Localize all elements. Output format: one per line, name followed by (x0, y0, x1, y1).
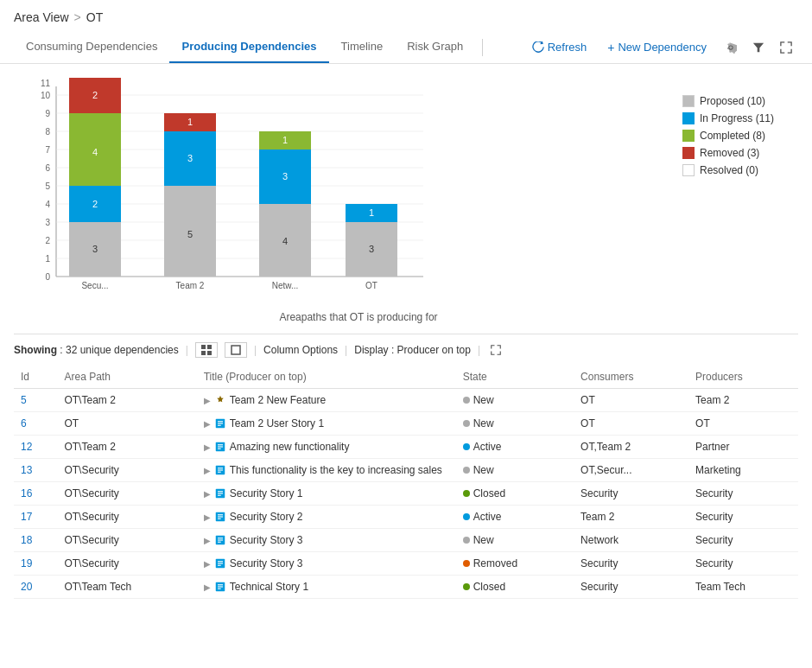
id-link-13[interactable]: 13 (21, 464, 32, 476)
cell-state-20: Closed (456, 576, 574, 599)
legend-removed: Removed (3) (682, 147, 795, 159)
svg-text:7: 7 (45, 145, 50, 155)
status-dot-16 (463, 490, 470, 497)
settings-button[interactable] (719, 35, 743, 60)
cell-producers-18: Security (688, 529, 798, 552)
cell-title-17: ▶ Security Story 2 (197, 506, 456, 529)
cell-title-12: ▶ Amazing new functionality (197, 436, 456, 459)
cell-area-17: OT\Security (57, 506, 196, 529)
title-icon-20 (214, 581, 226, 593)
cell-title-19: ▶ Security Story 3 (197, 552, 456, 576)
cell-title-16: ▶ Security Story 1 (197, 482, 456, 506)
title-expand-16[interactable]: ▶ (204, 489, 211, 499)
title-expand-18[interactable]: ▶ (204, 536, 211, 545)
breadcrumb-current: OT (86, 10, 103, 24)
cell-title-6: ▶ Team 2 User Story 1 (197, 412, 456, 436)
svg-text:2: 2 (45, 236, 50, 245)
tab-actions: Refresh + New Dependency (523, 35, 798, 60)
dependencies-table: Id Area Path Title (Producer on top) Sta… (14, 366, 798, 599)
svg-rect-56 (201, 351, 206, 355)
breadcrumb-sep: > (74, 10, 81, 24)
cell-producers-17: Security (688, 506, 798, 529)
cell-title-5: ▶ Team 2 New Feature (197, 389, 456, 412)
legend-removed-label: Removed (3) (700, 147, 759, 159)
id-link-20[interactable]: 20 (21, 581, 32, 593)
cell-consumers-17: Team 2 (574, 506, 688, 529)
legend-completed-swatch (682, 130, 695, 142)
table-expand-button[interactable] (487, 341, 504, 359)
table-area: Showing : 32 unique dependencies | | Col… (0, 334, 812, 599)
refresh-label: Refresh (548, 41, 587, 54)
legend-inprogress: In Progress (11) (682, 112, 795, 124)
id-link-6[interactable]: 6 (21, 417, 27, 429)
status-dot-12 (463, 443, 470, 450)
svg-text:Team 2: Team 2 (176, 281, 205, 290)
tab-consuming[interactable]: Consuming Dependencies (14, 31, 169, 63)
col-area-path: Area Path (57, 366, 196, 389)
id-link-16[interactable]: 16 (21, 487, 32, 499)
column-options-button[interactable]: Column Options (263, 344, 338, 356)
cell-id-18: 18 (14, 529, 57, 552)
new-dependency-label: New Dependency (618, 41, 707, 54)
title-icon-12 (214, 441, 226, 453)
id-link-19[interactable]: 19 (21, 557, 32, 569)
svg-text:Netw...: Netw... (272, 281, 299, 290)
svg-rect-55 (207, 345, 212, 349)
refresh-button[interactable]: Refresh (523, 35, 596, 59)
tab-riskgraph[interactable]: Risk Graph (395, 31, 475, 63)
cell-state-19: Removed (456, 552, 574, 576)
status-label-6: New (473, 417, 494, 429)
tab-producing[interactable]: Producing Dependencies (169, 31, 328, 63)
svg-text:8: 8 (45, 127, 50, 137)
title-expand-5[interactable]: ▶ (204, 396, 211, 405)
breadcrumb-area[interactable]: Area View (14, 10, 69, 24)
gear-icon (725, 41, 737, 54)
title-expand-19[interactable]: ▶ (204, 559, 211, 569)
id-link-18[interactable]: 18 (21, 534, 32, 546)
legend-resolved-swatch (682, 164, 695, 176)
title-expand-17[interactable]: ▶ (204, 512, 211, 522)
id-link-12[interactable]: 12 (21, 441, 32, 453)
tab-timeline[interactable]: Timeline (329, 31, 396, 63)
cell-producers-5: Team 2 (688, 389, 798, 412)
cell-producers-12: Partner (688, 436, 798, 459)
title-icon-16 (214, 487, 226, 499)
collapse-button[interactable] (225, 342, 247, 358)
title-expand-13[interactable]: ▶ (204, 466, 211, 475)
cell-title-18: ▶ Security Story 3 (197, 529, 456, 552)
svg-text:4: 4 (45, 200, 50, 209)
col-title: Title (Producer on top) (197, 366, 456, 389)
title-expand-6[interactable]: ▶ (204, 419, 211, 429)
cell-state-6: New (456, 412, 574, 436)
cell-consumers-16: Security (574, 482, 688, 506)
plus-icon: + (607, 41, 614, 54)
title-text-13: This functionality is the key to increas… (230, 464, 442, 476)
cell-area-19: OT\Security (57, 552, 196, 576)
cell-id-12: 12 (14, 436, 57, 459)
svg-rect-54 (201, 345, 206, 349)
title-expand-20[interactable]: ▶ (204, 582, 211, 592)
cell-area-20: OT\Team Tech (57, 576, 196, 599)
cell-id-17: 17 (14, 506, 57, 529)
title-text-17: Security Story 2 (230, 511, 303, 523)
cell-producers-16: Security (688, 482, 798, 506)
new-dependency-button[interactable]: + New Dependency (599, 35, 715, 60)
expand-all-button[interactable] (195, 342, 218, 358)
cell-consumers-12: OT,Team 2 (574, 436, 688, 459)
legend-resolved: Resolved (0) (682, 164, 795, 176)
filter-button[interactable] (746, 35, 771, 60)
cell-id-19: 19 (14, 552, 57, 576)
svg-text:1: 1 (369, 207, 374, 218)
cell-producers-6: OT (688, 412, 798, 436)
title-expand-12[interactable]: ▶ (204, 442, 211, 452)
cell-state-13: New (456, 459, 574, 482)
id-link-5[interactable]: 5 (21, 394, 27, 406)
status-label-16: Closed (473, 487, 505, 499)
cell-area-18: OT\Security (57, 529, 196, 552)
chart-svg: 0 1 2 3 4 5 6 7 8 9 10 11 (17, 78, 449, 311)
table-expand-icon (491, 345, 501, 355)
cell-state-5: New (456, 389, 574, 412)
col-producers: Producers (688, 366, 798, 389)
id-link-17[interactable]: 17 (21, 511, 32, 523)
expand-button[interactable] (774, 35, 798, 60)
